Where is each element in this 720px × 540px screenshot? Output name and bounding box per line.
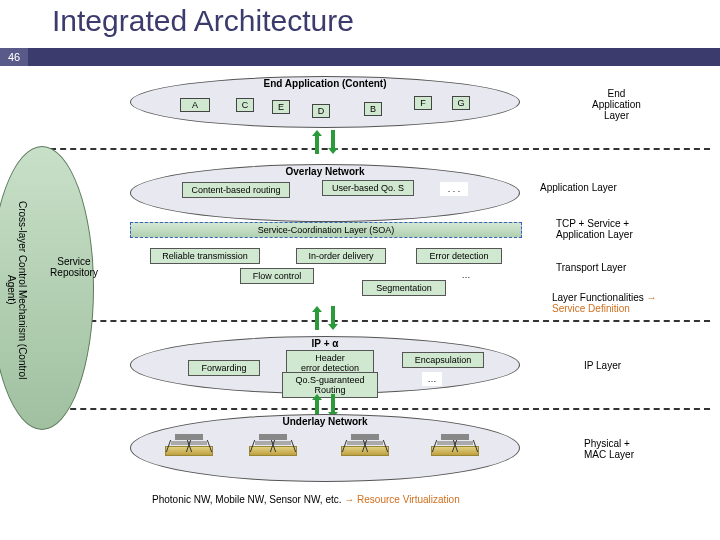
layer-func-label: Layer Functionalities → Service Definiti… — [552, 292, 657, 314]
ip-dots: … — [422, 372, 442, 386]
bidir-arrow-icon — [312, 130, 338, 154]
func-b: Service Definition — [552, 303, 630, 314]
func-a: Layer Functionalities — [552, 292, 644, 303]
reliable-transmission-box: Reliable transmission — [150, 248, 260, 264]
separator — [40, 148, 710, 150]
soa-bar: Service-Coordination Layer (SOA) — [130, 222, 522, 238]
app-node-d: D — [312, 104, 330, 118]
network-device-icon — [430, 434, 480, 464]
physical-mac-label: Physical + MAC Layer — [584, 438, 634, 460]
transport-layer-label: Transport Layer — [556, 262, 626, 273]
ip-title: IP + α — [295, 338, 355, 349]
service-repo-label: Service Repository — [44, 256, 104, 278]
slide-title: Integrated Architecture — [0, 0, 720, 40]
application-layer-label: Application Layer — [540, 182, 617, 193]
network-device-icon — [340, 434, 390, 464]
caption-a: Photonic NW, Mobile NW, Sensor NW, etc. — [152, 494, 342, 505]
ip-layer-label: IP Layer — [584, 360, 621, 371]
overlay-title: Overlay Network — [280, 166, 370, 177]
error-detection-box: Error detection — [416, 248, 502, 264]
app-node-e: E — [272, 100, 290, 114]
encapsulation-box: Encapsulation — [402, 352, 484, 368]
underlay-title: Underlay Network — [270, 416, 380, 427]
overlay-dots: . . . — [440, 182, 468, 196]
separator — [40, 320, 710, 322]
header-bar — [28, 48, 720, 66]
end-application-title: End Application (Content) — [250, 78, 400, 89]
app-node-b: B — [364, 102, 382, 116]
network-device-icon — [248, 434, 298, 464]
underlay-caption: Photonic NW, Mobile NW, Sensor NW, etc. … — [152, 494, 460, 505]
bidir-arrow-icon — [312, 306, 338, 330]
arrow-icon: → — [647, 292, 657, 303]
flow-control-box: Flow control — [240, 268, 314, 284]
caption-b: Resource Virtualization — [357, 494, 460, 505]
app-node-g: G — [452, 96, 470, 110]
network-device-icon — [164, 434, 214, 464]
transport-dots: … — [456, 268, 476, 282]
app-node-f: F — [414, 96, 432, 110]
arrow-icon: → — [344, 494, 354, 505]
forwarding-box: Forwarding — [188, 360, 260, 376]
tcp-service-label: TCP + Service + Application Layer — [556, 218, 633, 240]
end-app-layer-label: End Application Layer — [592, 88, 641, 121]
slide-number: 46 — [0, 48, 28, 66]
app-node-a: A — [180, 98, 210, 112]
user-qos-box: User-based Qo. S — [322, 180, 414, 196]
separator — [40, 408, 710, 410]
inorder-delivery-box: In-order delivery — [296, 248, 386, 264]
segmentation-box: Segmentation — [362, 280, 446, 296]
cross-layer-label: Cross-layer Control Mechanism (Control A… — [6, 190, 28, 390]
diagram-area: Cross-layer Control Mechanism (Control A… — [0, 70, 720, 540]
content-routing-box: Content-based routing — [182, 182, 290, 198]
app-node-c: C — [236, 98, 254, 112]
